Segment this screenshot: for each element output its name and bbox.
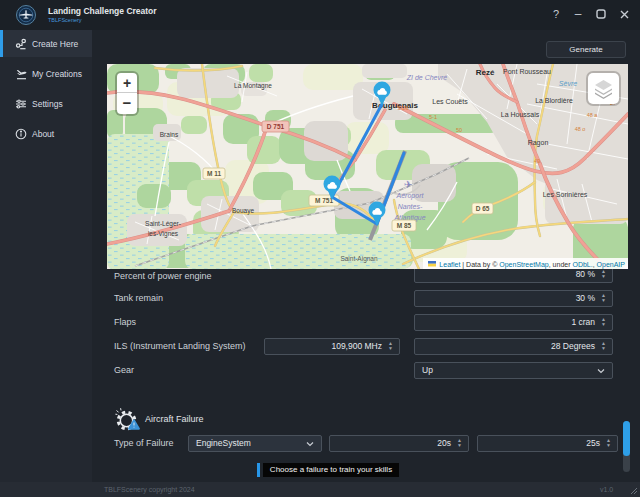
svg-text:Rezé: Rezé [476, 68, 495, 77]
svg-text:Leaflet | Data by © OpenStreet: Leaflet | Data by © OpenStreetMap, under… [439, 261, 625, 269]
svg-text:Ragon: Ragon [528, 139, 549, 147]
svg-text:50: 50 [456, 127, 462, 133]
svg-text:ZI de Chevré: ZI de Chevré [406, 74, 448, 81]
svg-text:D 751: D 751 [267, 123, 285, 130]
svg-text:✈: ✈ [404, 179, 412, 190]
svg-text:M 751: M 751 [315, 197, 333, 204]
svg-text:5-1: 5-1 [429, 114, 437, 120]
svg-text:48 o: 48 o [575, 126, 586, 132]
svg-text:Saint-Aignan: Saint-Aignan [340, 255, 378, 263]
svg-text:Brains: Brains [160, 131, 179, 138]
svg-text:M 11: M 11 [207, 170, 221, 177]
svg-text:Pont Rousseau: Pont Rousseau [503, 68, 551, 75]
svg-text:La Houssais: La Houssais [501, 111, 540, 118]
svg-text:Les Couëts: Les Couëts [432, 98, 468, 105]
svg-text:D 65: D 65 [476, 205, 490, 212]
svg-text:Saint-Léger-: Saint-Léger- [145, 220, 181, 228]
svg-text:Sèvre: Sèvre [559, 80, 577, 87]
svg-text:48 a: 48 a [587, 112, 599, 118]
svg-text:Nantes-: Nantes- [398, 203, 423, 210]
svg-text:5-26: 5-26 [397, 105, 408, 111]
svg-text:49: 49 [534, 158, 540, 164]
svg-text:Aéroport: Aéroport [396, 192, 425, 200]
svg-text:La Blordière: La Blordière [535, 97, 573, 104]
svg-text:Les Sorinières: Les Sorinières [543, 191, 588, 198]
svg-text:les-Vignes: les-Vignes [148, 230, 179, 238]
svg-text:M 85: M 85 [397, 222, 412, 229]
svg-text:Bouaye: Bouaye [232, 207, 254, 215]
svg-text:La Montagne: La Montagne [234, 82, 272, 90]
